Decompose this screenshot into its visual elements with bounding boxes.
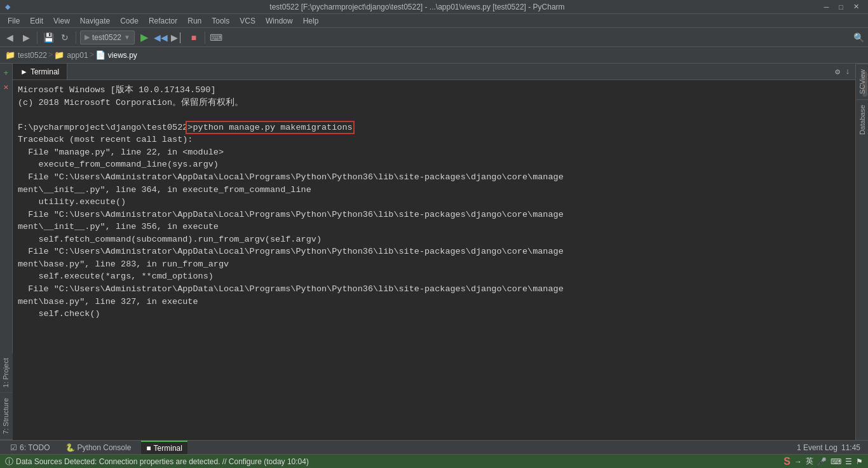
- right-tab-scview[interactable]: SCView: [857, 64, 868, 99]
- toolbar-save-all-button[interactable]: 💾: [41, 31, 55, 45]
- status-keyboard-icon: →: [794, 457, 802, 466]
- tab-terminal-label: Terminal: [154, 444, 182, 453]
- breadcrumb-sep-2: >: [90, 51, 94, 60]
- main-layout: + ✕ 1: Project 7: Structure ► Terminal ⚙…: [0, 64, 868, 440]
- terminal-container: ► Terminal ⚙ ↓ Microsoft Windows [版本 10.…: [13, 64, 855, 440]
- event-log-label[interactable]: 1 Event Log: [797, 443, 837, 452]
- terminal-cmd-prefix: F:\pycharmproject\django\test0522: [18, 123, 187, 132]
- terminal-tab-actions: ⚙ ↓: [830, 64, 855, 79]
- menu-tools[interactable]: Tools: [207, 15, 234, 27]
- menu-file[interactable]: File: [3, 15, 25, 27]
- left-label-project[interactable]: 1: Project: [0, 353, 13, 393]
- terminal-line-file1-code: execute_from_command_line(sys.argv): [18, 158, 850, 171]
- status-flag-icon: ⚑: [856, 457, 863, 466]
- terminal-settings-icon[interactable]: ⚙: [834, 65, 841, 78]
- breadcrumb-folder-label: app01: [67, 51, 88, 60]
- python-console-icon: 🐍: [65, 443, 75, 452]
- terminal-line-file3-b: ment\__init__.py", line 356, in execute: [18, 221, 850, 233]
- status-ime-icon: 英: [806, 456, 813, 467]
- status-mic-icon: 🎤: [817, 457, 827, 466]
- terminal-line-file4: File "C:\Users\Administrator\AppData\Loc…: [18, 245, 850, 258]
- toolbar-back-button[interactable]: ◀: [3, 31, 17, 45]
- terminal-line-2: (c) 2018 Microsoft Corporation。保留所有权利。: [18, 97, 850, 109]
- toolbar-forward-button[interactable]: ▶: [19, 31, 33, 45]
- menu-view[interactable]: View: [48, 15, 75, 27]
- terminal-cmd-highlighted: >python manage.py makemigrations: [187, 123, 352, 132]
- sidebar-icon-close[interactable]: ✕: [0, 80, 13, 94]
- terminal-line-1: Microsoft Windows [版本 10.0.17134.590]: [18, 84, 850, 97]
- run-config-label: test0522: [92, 33, 121, 42]
- run-with-coverage-button[interactable]: ▶│: [170, 31, 184, 45]
- todo-icon: ☑: [10, 443, 17, 452]
- project-folder-icon: 📁: [5, 50, 15, 60]
- terminal-line-file2: File "C:\Users\Administrator\AppData\Loc…: [18, 171, 850, 184]
- views-file-icon: 📄: [95, 50, 105, 60]
- window-title: test0522 [F:\pycharmproject\django\test0…: [14, 3, 820, 11]
- toolbar-separator-2: [76, 31, 76, 44]
- terminal-tab-label: Terminal: [31, 67, 59, 76]
- run-button[interactable]: ▶: [137, 31, 151, 45]
- right-sidebar: SCView Database: [855, 64, 868, 440]
- toolbar-sync-button[interactable]: ↻: [58, 31, 72, 45]
- right-tab-database[interactable]: Database: [857, 99, 868, 140]
- menu-refactor[interactable]: Refactor: [144, 15, 182, 27]
- terminal-line-file4-b: ment\base.py", line 283, in run_from_arg…: [18, 258, 850, 271]
- terminal-tab[interactable]: ► Terminal: [13, 64, 67, 79]
- status-bar: ⓘ Data Sources Detected: Connection prop…: [0, 454, 868, 468]
- maximize-button[interactable]: □: [835, 1, 847, 12]
- stop-button[interactable]: ■: [187, 31, 201, 45]
- status-info-icon: ⓘ: [5, 456, 13, 467]
- sidebar-icon-add[interactable]: +: [0, 66, 13, 80]
- terminal-line-traceback: Traceback (most recent call last):: [18, 134, 850, 146]
- menu-run[interactable]: Run: [182, 15, 207, 27]
- app01-folder-icon: 📁: [54, 50, 64, 60]
- terminal-tab-bar: ► Terminal ⚙ ↓: [13, 64, 855, 80]
- search-everywhere-button[interactable]: 🔍: [851, 31, 865, 45]
- terminal-line-file3-code: self.fetch_command(subcommand).run_from_…: [18, 233, 850, 246]
- status-lang-icon: S: [783, 456, 790, 467]
- terminal-line-file3: File "C:\Users\Administrator\AppData\Loc…: [18, 209, 850, 221]
- menu-code[interactable]: Code: [115, 15, 144, 27]
- build-button[interactable]: ⌨: [209, 31, 223, 45]
- debug-button[interactable]: ◀◀: [154, 31, 168, 45]
- menu-help[interactable]: Help: [298, 15, 324, 27]
- menu-vcs[interactable]: VCS: [234, 15, 261, 27]
- menu-edit[interactable]: Edit: [25, 15, 48, 27]
- bottom-right: 1 Event Log 11:45: [797, 441, 863, 454]
- minimize-button[interactable]: ─: [820, 1, 833, 12]
- tab-terminal[interactable]: ■ Terminal: [141, 441, 187, 454]
- terminal-output[interactable]: Microsoft Windows [版本 10.0.17134.590] (c…: [13, 80, 855, 440]
- terminal-close-icon[interactable]: ↓: [844, 65, 851, 78]
- status-message[interactable]: Data Sources Detected: Connection proper…: [16, 457, 309, 466]
- bottom-bar: ☑ 6: TODO 🐍 Python Console ■ Terminal 1 …: [0, 440, 868, 454]
- toolbar-separator-1: [37, 31, 37, 44]
- status-layout-icon: ☰: [845, 457, 852, 466]
- breadcrumb-project[interactable]: 📁 test0522: [5, 50, 47, 60]
- close-button[interactable]: ✕: [850, 1, 863, 12]
- menu-navigate[interactable]: Navigate: [75, 15, 115, 27]
- terminal-line-file2-b: ment\__init__.py", line 364, in execute_…: [18, 184, 850, 196]
- left-panel-tabs: + ✕ 1: Project 7: Structure: [0, 64, 13, 440]
- terminal-line-file5-code: self.check(): [18, 308, 850, 320]
- title-bar: ◆ test0522 [F:\pycharmproject\django\tes…: [0, 0, 868, 14]
- breadcrumb-file-label: views.py: [108, 51, 137, 60]
- toolbar: ◀ ▶ 💾 ↻ ▶ test0522 ▼ ▶ ◀◀ ▶│ ■ ⌨ 🔍: [0, 28, 868, 47]
- tab-todo[interactable]: ☑ 6: TODO: [5, 441, 55, 454]
- terminal-line-cmd: F:\pycharmproject\django\test0522>python…: [18, 121, 850, 134]
- left-label-structure[interactable]: 7: Structure: [0, 393, 13, 440]
- terminal-line-file4-code: self.execute(*args, **cmd_options): [18, 270, 850, 283]
- menu-window[interactable]: Window: [261, 15, 298, 27]
- run-config-dropdown[interactable]: ▶ test0522 ▼: [80, 31, 135, 45]
- terminal-line-file1: File "manage.py", line 22, in <module>: [18, 146, 850, 159]
- terminal-icon-bottom: ■: [146, 444, 151, 453]
- tab-python-console[interactable]: 🐍 Python Console: [60, 441, 137, 454]
- breadcrumb-sep-1: >: [48, 51, 53, 60]
- app-icon: ◆: [5, 1, 10, 12]
- breadcrumb-file[interactable]: 📄 views.py: [95, 50, 137, 60]
- tab-python-console-label: Python Console: [78, 443, 132, 452]
- tab-todo-label: 6: TODO: [20, 443, 50, 452]
- breadcrumb-folder[interactable]: 📁 app01: [54, 50, 88, 60]
- menu-bar: File Edit View Navigate Code Refactor Ru…: [0, 14, 868, 28]
- terminal-line-file5: File "C:\Users\Administrator\AppData\Loc…: [18, 283, 850, 296]
- terminal-line-file2-code: utility.execute(): [18, 196, 850, 209]
